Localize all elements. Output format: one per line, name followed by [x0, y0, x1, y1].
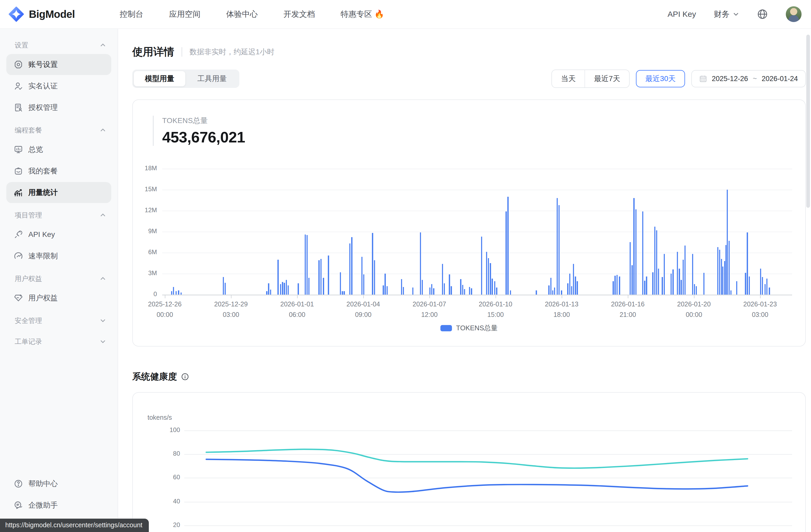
- y-tick: 15M: [133, 186, 157, 193]
- health-line-chart: 100 80 60 40 20: [184, 425, 792, 532]
- sidebar-item-rate-limit[interactable]: 速率限制: [6, 246, 111, 267]
- range-today-button[interactable]: 当天: [552, 70, 584, 87]
- sidebar-item-api-key[interactable]: API Key: [6, 224, 111, 245]
- group-label: 设置: [15, 41, 28, 50]
- sidebar-group-project-management[interactable]: 项目管理: [6, 206, 111, 224]
- chevron-up-icon: [100, 127, 106, 133]
- monitor-icon: [14, 145, 23, 154]
- status-bar-url: https://bigmodel.cn/usercenter/settings/…: [0, 519, 149, 532]
- y-tick: 0: [133, 291, 157, 298]
- api-key-link[interactable]: API Key: [668, 10, 696, 19]
- sidebar-item-label: API Key: [28, 230, 55, 239]
- globe-icon[interactable]: [757, 9, 768, 20]
- date-range-picker[interactable]: 2025-12-26 ~ 2026-01-24: [691, 70, 806, 87]
- nav-promo-zone[interactable]: 特惠专区 🔥: [341, 9, 384, 20]
- range-30days-button[interactable]: 最近30天: [636, 70, 685, 87]
- sidebar-item-authorization-management[interactable]: 授权管理: [6, 97, 111, 118]
- sidebar: 设置 账号设置 实名认证 授权管理 编程套餐: [0, 29, 118, 532]
- x-tick: 2026-01-0409:00: [332, 299, 395, 320]
- sidebar-item-user-benefits[interactable]: 用户权益: [6, 287, 111, 309]
- legend-tokens-total[interactable]: TOKENS总量: [133, 324, 805, 333]
- sidebar-item-help-center[interactable]: 帮助中心: [6, 473, 111, 494]
- date-range-separator: ~: [753, 75, 757, 83]
- nav-experience-center[interactable]: 体验中心: [226, 9, 258, 20]
- page-title: 使用详情: [132, 45, 174, 59]
- tab-tool-usage[interactable]: 工具用量: [186, 71, 238, 86]
- sidebar-group-security-management[interactable]: 安全管理: [6, 312, 111, 329]
- x-tick: 2026-01-2303:00: [729, 299, 792, 320]
- x-tick: 2025-12-2903:00: [199, 299, 262, 320]
- sidebar-item-wecom-assistant[interactable]: 企微助手: [6, 495, 111, 516]
- sidebar-item-label: 用户权益: [28, 293, 58, 303]
- range-7days-button[interactable]: 最近7天: [584, 70, 629, 87]
- sidebar-group-user-benefits[interactable]: 用户权益: [6, 270, 111, 287]
- info-icon[interactable]: [181, 373, 189, 381]
- finance-label: 财务: [714, 9, 730, 20]
- tokens-bars-svg: [162, 169, 792, 295]
- chat-bubbles-icon: [14, 501, 23, 510]
- group-label: 用户权益: [15, 274, 42, 283]
- date-range-start: 2025-12-26: [712, 75, 748, 83]
- sidebar-group-settings[interactable]: 设置: [6, 36, 111, 54]
- title-divider: [182, 47, 182, 57]
- y-tick: 3M: [133, 269, 157, 277]
- sidebar-group-coding-plan[interactable]: 编程套餐: [6, 121, 111, 139]
- brand-name: BigModel: [29, 9, 75, 20]
- tab-model-usage[interactable]: 模型用量: [134, 71, 185, 86]
- y-tick: 20: [156, 521, 180, 529]
- y-tick: 40: [156, 498, 180, 505]
- sidebar-item-label: 实名认证: [28, 81, 58, 91]
- sidebar-item-overview[interactable]: 总览: [6, 139, 111, 160]
- main-nav: 控制台 应用空间 体验中心 开发文档 特惠专区 🔥: [120, 9, 384, 20]
- scrollbar-thumb[interactable]: [806, 35, 810, 208]
- x-tick: 2026-01-1015:00: [464, 299, 527, 320]
- brand-logo[interactable]: BigModel: [9, 6, 92, 22]
- sidebar-footer: 帮助中心 企微助手: [6, 473, 111, 516]
- group-label: 项目管理: [15, 210, 42, 220]
- tokens-total-stat: TOKENS总量 453,676,021: [153, 116, 245, 146]
- nav-app-space[interactable]: 应用空间: [169, 9, 200, 20]
- sidebar-item-label: 速率限制: [28, 251, 58, 261]
- sidebar-item-label: 企微助手: [28, 500, 58, 510]
- system-health-card: tokens/s 100 80 60 40 20: [132, 392, 806, 532]
- y-tick: 60: [156, 473, 180, 481]
- x-tick: 2026-01-2000:00: [662, 299, 725, 320]
- y-tick: 100: [156, 426, 180, 434]
- health-section-title: 系统健康度: [132, 371, 177, 383]
- x-tick: 2025-12-2600:00: [133, 299, 196, 320]
- nav-console[interactable]: 控制台: [120, 9, 143, 20]
- sidebar-item-my-plan[interactable]: 我的套餐: [6, 160, 111, 182]
- main-content: 使用详情 数据非实时，约延迟1小时 模型用量 工具用量 当天 最近7天 最近30…: [118, 29, 811, 532]
- y-tick: 80: [156, 450, 180, 457]
- chevron-up-icon: [100, 212, 106, 218]
- sidebar-item-label: 帮助中心: [28, 479, 58, 489]
- package-icon: [14, 166, 23, 176]
- finance-menu[interactable]: 财务: [714, 9, 739, 20]
- sidebar-item-label: 账号设置: [28, 60, 58, 69]
- sidebar-item-label: 用量统计: [28, 188, 58, 198]
- gem-icon: [14, 293, 23, 303]
- sidebar-item-account-settings[interactable]: 账号设置: [6, 54, 111, 75]
- plug-icon: [14, 230, 23, 239]
- y-tick: 6M: [133, 248, 157, 256]
- sidebar-group-ticket-records[interactable]: 工单记录: [6, 333, 111, 350]
- help-circle-icon: [14, 479, 23, 488]
- nav-dev-docs[interactable]: 开发文档: [284, 9, 315, 20]
- quick-range-group: 当天 最近7天: [551, 69, 630, 88]
- y-tick: 9M: [133, 228, 157, 235]
- legend-swatch: [440, 325, 452, 331]
- sidebar-item-label: 我的套餐: [28, 166, 58, 176]
- usage-type-tabs: 模型用量 工具用量: [132, 69, 239, 88]
- x-tick: 2026-01-0712:00: [398, 299, 461, 320]
- tokens-usage-card: TOKENS总量 453,676,021 18M 15M 12M 9M 6M 3…: [132, 99, 806, 346]
- page-subtitle: 数据非实时，约延迟1小时: [189, 47, 275, 57]
- chevron-up-icon: [100, 42, 106, 48]
- tokens-total-label: TOKENS总量: [162, 116, 245, 126]
- document-person-icon: [14, 103, 23, 112]
- sidebar-item-identity-verification[interactable]: 实名认证: [6, 76, 111, 96]
- account-gear-icon: [14, 60, 23, 69]
- avatar[interactable]: [786, 6, 801, 22]
- sidebar-item-label: 授权管理: [28, 103, 58, 112]
- bigmodel-logo-icon: [9, 6, 24, 22]
- sidebar-item-usage-statistics[interactable]: 用量统计: [6, 182, 111, 203]
